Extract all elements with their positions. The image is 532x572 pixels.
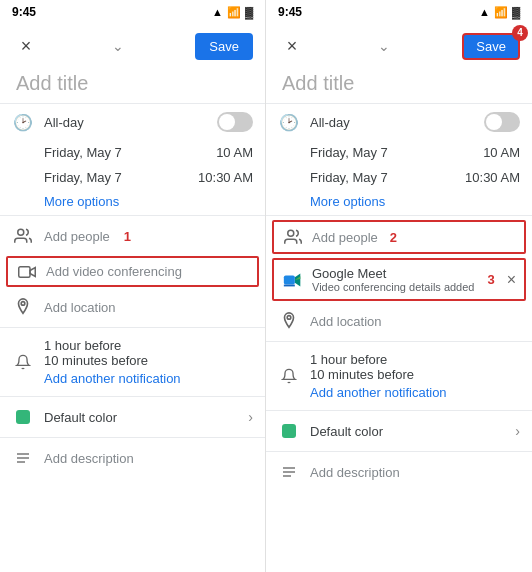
notification-row-left: 1 hour before 10 minutes before Add anot… bbox=[0, 330, 265, 394]
date-row1-right: Friday, May 7 10 AM bbox=[266, 140, 532, 165]
date-row2-right: Friday, May 7 10:30 AM bbox=[266, 165, 532, 190]
date-row2-left: Friday, May 7 10:30 AM bbox=[0, 165, 265, 190]
svg-point-13 bbox=[287, 316, 291, 320]
all-day-toggle-right[interactable] bbox=[484, 112, 520, 132]
notif1-left[interactable]: 1 hour before bbox=[44, 338, 181, 353]
time2-left[interactable]: 10:30 AM bbox=[198, 170, 253, 185]
title-field-right[interactable]: Add title bbox=[266, 68, 532, 104]
time1-left[interactable]: 10 AM bbox=[216, 145, 253, 160]
bell-icon-right bbox=[278, 367, 300, 385]
add-notif-left[interactable]: Add another notification bbox=[44, 371, 181, 386]
svg-marker-11 bbox=[284, 284, 295, 286]
badge-1: 1 bbox=[124, 229, 131, 244]
sep1-left bbox=[0, 215, 265, 216]
add-video-box-left[interactable]: Add video conferencing bbox=[6, 256, 259, 287]
add-people-text-right: Add people bbox=[312, 230, 378, 245]
location-icon-right bbox=[278, 312, 300, 330]
status-bar-left: 9:45 ▲ 📶 ▓ bbox=[0, 0, 265, 24]
close-button-right[interactable]: × bbox=[278, 32, 306, 60]
sep3-left bbox=[0, 396, 265, 397]
date1-right[interactable]: Friday, May 7 bbox=[310, 145, 388, 160]
svg-point-3 bbox=[21, 302, 25, 306]
date1-left[interactable]: Friday, May 7 bbox=[44, 145, 122, 160]
add-people-box-right[interactable]: Add people 2 bbox=[272, 220, 526, 254]
chevron-right-icon-left: › bbox=[248, 409, 253, 425]
wifi-icon: 📶 bbox=[227, 6, 241, 19]
add-video-text-left: Add video conferencing bbox=[46, 264, 182, 279]
all-day-label-left: All-day bbox=[44, 113, 207, 131]
add-location-text-right: Add location bbox=[310, 314, 382, 329]
color-icon-right bbox=[278, 424, 300, 438]
add-notif-right[interactable]: Add another notification bbox=[310, 385, 447, 400]
add-people-row-left[interactable]: Add people 1 bbox=[0, 218, 265, 254]
people-icon-right bbox=[282, 228, 304, 246]
sep4-left bbox=[0, 437, 265, 438]
time-right: 9:45 bbox=[278, 5, 302, 19]
status-bar-right: 9:45 ▲ 📶 ▓ bbox=[266, 0, 532, 24]
chevron-right-icon-right: › bbox=[515, 423, 520, 439]
sep4-right bbox=[266, 451, 532, 452]
close-button-left[interactable]: × bbox=[12, 32, 40, 60]
notif1-right[interactable]: 1 hour before bbox=[310, 352, 447, 367]
desc-icon-right bbox=[278, 464, 300, 480]
default-color-row-right[interactable]: Default color › bbox=[266, 413, 532, 449]
badge-4: 4 bbox=[512, 25, 528, 41]
location-icon-left bbox=[12, 298, 34, 316]
default-color-text-right: Default color bbox=[310, 424, 383, 439]
notif2-left[interactable]: 10 minutes before bbox=[44, 353, 181, 368]
time2-right[interactable]: 10:30 AM bbox=[465, 170, 520, 185]
title-field-left[interactable]: Add title bbox=[0, 68, 265, 104]
add-desc-text-left: Add description bbox=[44, 451, 134, 466]
add-people-inner-right: Add people 2 bbox=[274, 222, 524, 252]
color-icon-left bbox=[12, 410, 34, 424]
gmeet-close-icon[interactable]: × bbox=[507, 271, 516, 289]
battery-icon: ▓ bbox=[245, 6, 253, 18]
video-icon-left bbox=[16, 265, 38, 279]
sep3-right bbox=[266, 410, 532, 411]
add-desc-text-right: Add description bbox=[310, 465, 400, 480]
header-center-left: ⌄ bbox=[108, 36, 128, 56]
svg-marker-2 bbox=[30, 267, 35, 276]
badge-3: 3 bbox=[487, 272, 494, 287]
add-desc-row-left[interactable]: Add description bbox=[0, 440, 265, 476]
notif2-right[interactable]: 10 minutes before bbox=[310, 367, 447, 382]
date2-right[interactable]: Friday, May 7 bbox=[310, 170, 388, 185]
all-day-toggle-left[interactable] bbox=[217, 112, 253, 132]
notifications-content-left: 1 hour before 10 minutes before Add anot… bbox=[44, 338, 181, 386]
status-icons-left: ▲ 📶 ▓ bbox=[212, 6, 253, 19]
header-left: × ⌄ Save bbox=[0, 24, 265, 68]
wifi-icon-right: 📶 bbox=[494, 6, 508, 19]
more-options-left[interactable]: More options bbox=[0, 190, 265, 213]
svg-rect-10 bbox=[284, 275, 295, 284]
date2-left[interactable]: Friday, May 7 bbox=[44, 170, 122, 185]
gmeet-text-content-right: Google Meet Video conferencing details a… bbox=[312, 266, 475, 293]
chevron-down-icon-right: ⌄ bbox=[374, 36, 394, 56]
time1-right[interactable]: 10 AM bbox=[483, 145, 520, 160]
gmeet-inner-right: Google Meet Video conferencing details a… bbox=[274, 260, 524, 299]
save-button-left[interactable]: Save bbox=[195, 33, 253, 60]
chevron-down-icon-left: ⌄ bbox=[108, 36, 128, 56]
default-color-row-left[interactable]: Default color › bbox=[0, 399, 265, 435]
desc-icon-left bbox=[12, 450, 34, 466]
badge-2: 2 bbox=[390, 230, 397, 245]
color-dot-left bbox=[16, 410, 30, 424]
add-desc-row-right[interactable]: Add description bbox=[266, 454, 532, 490]
header-right: × ⌄ Save 4 bbox=[266, 24, 532, 68]
header-center-right: ⌄ bbox=[374, 36, 394, 56]
people-icon-left bbox=[12, 227, 34, 245]
add-people-text-left: Add people bbox=[44, 229, 110, 244]
gmeet-subtitle-right: Video conferencing details added bbox=[312, 281, 475, 293]
all-day-row-right: 🕑 All-day bbox=[266, 104, 532, 140]
default-color-text-left: Default color bbox=[44, 410, 117, 425]
panel-right: 9:45 ▲ 📶 ▓ × ⌄ Save 4 Add title 🕑 All-da… bbox=[266, 0, 532, 572]
panel-left: 9:45 ▲ 📶 ▓ × ⌄ Save Add title 🕑 All-day … bbox=[0, 0, 266, 572]
add-location-row-left[interactable]: Add location bbox=[0, 289, 265, 325]
all-day-row-left: 🕑 All-day bbox=[0, 104, 265, 140]
svg-rect-1 bbox=[19, 266, 30, 277]
save-button-right[interactable]: Save bbox=[462, 33, 520, 60]
more-options-right[interactable]: More options bbox=[266, 190, 532, 213]
add-location-text-left: Add location bbox=[44, 300, 116, 315]
notification-row-right: 1 hour before 10 minutes before Add anot… bbox=[266, 344, 532, 408]
clock-icon-right: 🕑 bbox=[278, 113, 300, 132]
add-location-row-right[interactable]: Add location bbox=[266, 303, 532, 339]
